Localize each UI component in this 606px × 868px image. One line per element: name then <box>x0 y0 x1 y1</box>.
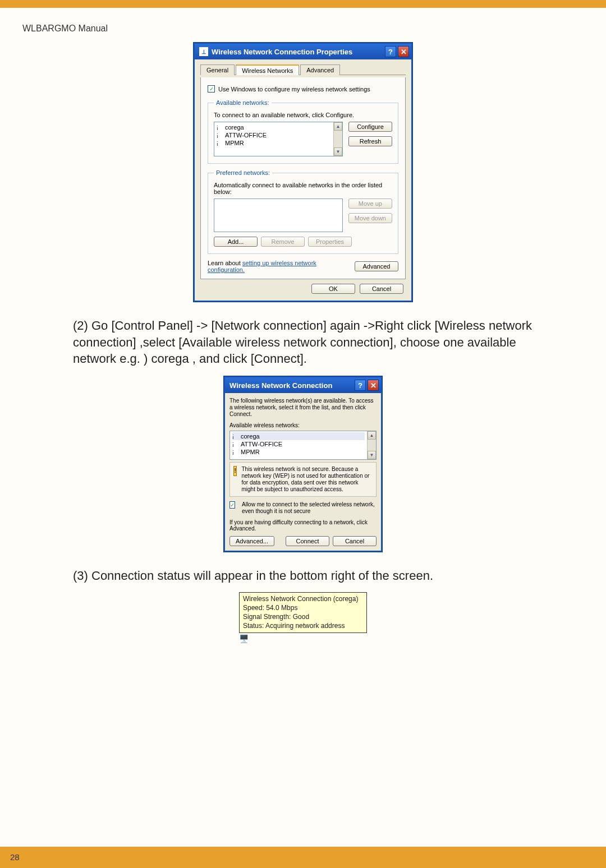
list-item: ATTW-OFFICE <box>232 440 365 448</box>
ok-button[interactable]: OK <box>311 284 355 294</box>
list-item: MPMR <box>217 139 331 147</box>
available-label: Available wireless networks: <box>229 422 377 428</box>
close-button[interactable]: ✕ <box>368 380 379 391</box>
tooltip-line: Speed: 54.0 Mbps <box>243 603 363 612</box>
window-icon: ⊥ <box>199 47 208 56</box>
cancel-button[interactable]: Cancel <box>360 284 403 294</box>
properties-button: Properties <box>308 237 352 247</box>
connection-tooltip: Wireless Network Connection (corega) Spe… <box>239 592 367 645</box>
wireless-connection-dialog: Wireless Network Connection ? ✕ The foll… <box>224 376 382 552</box>
difficulty-text: If you are having difficulty connecting … <box>229 519 377 532</box>
network-icon <box>232 433 238 440</box>
warning-text: This wireless network is not secure. Bec… <box>241 466 373 493</box>
warning-icon: ! <box>233 466 237 476</box>
use-windows-checkbox[interactable]: ✓ <box>208 85 215 93</box>
refresh-button[interactable]: Refresh <box>348 136 392 146</box>
connect-button[interactable]: Connect <box>286 536 329 546</box>
page-footer: 28 <box>0 847 606 868</box>
list-item: MPMR <box>232 448 365 456</box>
available-listbox[interactable]: corega ATTW-OFFICE MPMR ▲ ▼ <box>214 122 343 156</box>
network-icon <box>217 124 223 131</box>
titlebar[interactable]: Wireless Network Connection ? ✕ <box>225 377 381 393</box>
preferred-listbox[interactable] <box>214 198 343 232</box>
list-item: corega <box>232 432 365 440</box>
preferred-networks-group: Preferred networks: Automatically connec… <box>208 169 398 254</box>
allow-insecure-label: Allow me to connect to the selected wire… <box>242 501 377 515</box>
scroll-down-icon[interactable]: ▼ <box>368 451 376 459</box>
list-item: ATTW-OFFICE <box>217 131 331 139</box>
available-networks-group: Available networks: To connect to an ava… <box>208 99 398 164</box>
available-legend: Available networks: <box>214 99 272 106</box>
help-button[interactable]: ? <box>355 380 366 391</box>
dialog-description: The following wireless network(s) are av… <box>229 398 377 418</box>
scrollbar[interactable]: ▲ ▼ <box>333 122 342 156</box>
network-icon <box>217 132 223 138</box>
use-windows-label: Use Windows to configure my wireless net… <box>218 86 370 93</box>
network-icon <box>232 449 238 455</box>
tab-wireless-networks[interactable]: Wireless Networks <box>236 64 299 75</box>
available-desc: To connect to an available network, clic… <box>214 112 392 118</box>
scroll-up-icon[interactable]: ▲ <box>368 431 376 440</box>
security-warning: ! This wireless network is not secure. B… <box>229 462 377 497</box>
tab-general[interactable]: General <box>200 64 235 75</box>
move-up-button: Move up <box>348 198 392 209</box>
cancel-button[interactable]: Cancel <box>333 536 377 546</box>
tooltip-line: Status: Acquiring network address <box>243 621 363 630</box>
page-number: 28 <box>10 852 20 862</box>
network-icon <box>217 140 223 146</box>
configure-button[interactable]: Configure <box>348 122 392 132</box>
tooltip-line: Signal Strength: Good <box>243 612 363 621</box>
move-down-button: Move down <box>348 213 392 223</box>
preferred-desc: Automatically connect to available netwo… <box>214 182 392 195</box>
network-icon <box>232 441 238 447</box>
tooltip-line: Wireless Network Connection (corega) <box>243 594 363 603</box>
scroll-down-icon[interactable]: ▼ <box>334 147 342 156</box>
scroll-up-icon[interactable]: ▲ <box>334 122 342 131</box>
preferred-legend: Preferred networks: <box>214 169 272 176</box>
allow-insecure-checkbox[interactable]: ✓ <box>229 501 235 509</box>
titlebar[interactable]: ⊥ Wireless Network Connection Properties… <box>195 44 411 59</box>
close-button[interactable]: ✕ <box>398 46 409 57</box>
scrollbar[interactable]: ▲ ▼ <box>367 431 376 459</box>
page-header: WLBARGMO Manual <box>0 8 606 34</box>
available-networks-listbox[interactable]: corega ATTW-OFFICE MPMR ▲ ▼ <box>229 431 377 460</box>
step-3-text: (3) Connection status will appear in the… <box>73 567 550 584</box>
help-button[interactable]: ? <box>385 46 396 57</box>
advanced-button[interactable]: Advanced... <box>229 536 274 546</box>
window-title: Wireless Network Connection <box>229 381 332 390</box>
window-title: Wireless Network Connection Properties <box>212 48 352 56</box>
add-button[interactable]: Add... <box>214 237 258 247</box>
remove-button: Remove <box>261 237 305 247</box>
wireless-properties-dialog: ⊥ Wireless Network Connection Properties… <box>194 43 412 302</box>
list-item: corega <box>217 123 331 131</box>
tray-network-icon: 🖥️ <box>239 634 250 645</box>
tab-advanced[interactable]: Advanced <box>300 64 340 75</box>
tab-bar: General Wireless Networks Advanced <box>200 64 406 75</box>
manual-title: WLBARGMO Manual <box>22 24 108 33</box>
advanced-button[interactable]: Advanced <box>355 261 398 271</box>
step-2-text: (2) Go [Control Panel] -> [Network conne… <box>73 317 550 367</box>
learn-text: Learn about setting up wireless network … <box>208 260 355 273</box>
